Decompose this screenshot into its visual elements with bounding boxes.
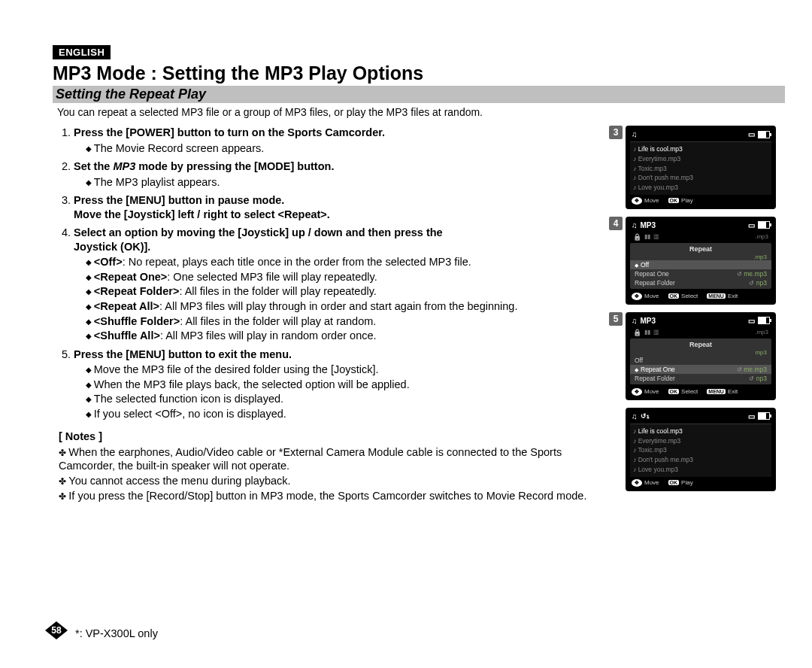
battery-icon bbox=[758, 221, 770, 229]
footer-select: OKSelect bbox=[668, 388, 698, 396]
music-icon bbox=[632, 412, 638, 421]
device-screenshots: 3 Life is cool.mp3 Everytime.mp3 Toxic.m… bbox=[609, 126, 782, 491]
menu-item-repeat-folder: Repeat Folder np3 bbox=[630, 278, 771, 287]
card-icon bbox=[748, 130, 755, 138]
battery-icon bbox=[758, 131, 770, 138]
device-screen-3: Life is cool.mp3 Everytime.mp3 Toxic.mp3… bbox=[626, 126, 776, 209]
option-repeat-one: <Repeat One>: One selected MP3 file will… bbox=[86, 270, 600, 284]
language-badge: ENGLISH bbox=[53, 45, 111, 59]
music-icon bbox=[632, 221, 638, 229]
menu-title: Repeat bbox=[630, 340, 771, 349]
footer-play: OKPlay bbox=[668, 197, 693, 205]
track-item: Everytime.mp3 bbox=[633, 436, 768, 446]
option-repeat-folder: <Repeat Folder>: All files in the folder… bbox=[86, 284, 600, 299]
device-screen-4: MP3 ▮▮▥ .mp3 Repeat .mp3 Off Repeat One … bbox=[626, 217, 776, 305]
section-title: Setting the Repeat Play bbox=[53, 86, 785, 103]
menu-item-repeat-one: Repeat One me.mp3 bbox=[630, 269, 771, 278]
option-shuffle-folder: <Shuffle Folder>: All files in the folde… bbox=[86, 314, 600, 329]
step-1-title: Press the [POWER] button to turn on the … bbox=[74, 126, 385, 138]
track-item: Toxic.mp3 bbox=[633, 164, 768, 174]
footnote: *: VP-X300L only bbox=[75, 627, 158, 639]
chart-icon: ▥ bbox=[653, 233, 659, 241]
repeat-one-icon: ↺₁ bbox=[641, 412, 650, 420]
step-3-title-line-2: Move the [Joystick] left / right to sele… bbox=[74, 208, 600, 222]
screen-step-4-badge: 4 bbox=[609, 217, 623, 230]
menu-item-repeat-folder: Repeat Folder np3 bbox=[630, 374, 771, 383]
battery-icon bbox=[758, 317, 770, 324]
menu-title: Repeat bbox=[630, 244, 771, 254]
page-number: 58 bbox=[45, 621, 68, 639]
footer-move: ✥Move bbox=[632, 388, 659, 396]
music-icon bbox=[632, 317, 638, 325]
instruction-column: Press the [POWER] button to turn on the … bbox=[53, 126, 600, 503]
page-title: MP3 Mode : Setting the MP3 Play Options bbox=[53, 62, 782, 84]
menu-item-off: Off bbox=[630, 260, 771, 269]
menu-item-repeat-one: Repeat One me.mp3 bbox=[630, 365, 771, 374]
step-5-bullet-1: Move the MP3 file of the desired folder … bbox=[86, 363, 600, 377]
note-2: You cannot access the menu during playba… bbox=[59, 474, 600, 488]
screen-step-5-badge: 5 bbox=[609, 312, 623, 326]
bars-icon: ▮▮ bbox=[644, 329, 650, 336]
step-4-title-line-2: Joystick (OK)]. bbox=[74, 240, 600, 254]
battery-icon bbox=[758, 412, 770, 420]
footer-play: OKPlay bbox=[668, 479, 693, 487]
notes-heading: [ Notes ] bbox=[59, 430, 600, 444]
card-icon bbox=[748, 412, 755, 421]
manual-page: ENGLISH MP3 Mode : Setting the MP3 Play … bbox=[0, 0, 812, 668]
step-5-title: Press the [MENU] button to exit the menu… bbox=[74, 348, 292, 360]
track-item: Don't push me.mp3 bbox=[633, 455, 768, 465]
footer-select: OKSelect bbox=[668, 293, 698, 300]
step-4-title-line-1: Select an option by moving the [Joystick… bbox=[74, 226, 600, 240]
footer-exit: MENUExit bbox=[707, 388, 738, 396]
chart-icon: ▥ bbox=[653, 329, 659, 336]
lock-icon bbox=[633, 329, 641, 336]
track-item: Don't push me.mp3 bbox=[633, 173, 768, 183]
footer-move: ✥Move bbox=[632, 293, 659, 300]
track-item: Love you.mp3 bbox=[633, 183, 768, 193]
track-item: Love you.mp3 bbox=[633, 465, 768, 475]
device-screen-playback: ↺₁ Life is cool.mp3 Everytime.mp3 Toxic.… bbox=[626, 408, 776, 491]
lock-icon bbox=[633, 233, 641, 241]
step-2-title: Set the MP3 mode by pressing the [MODE] … bbox=[74, 160, 334, 172]
intro-text: You can repeat a selected MP3 file or a … bbox=[57, 106, 782, 118]
step-1-bullet: The Movie Record screen appears. bbox=[86, 141, 600, 156]
screen-step-3-badge: 3 bbox=[609, 126, 623, 139]
card-icon bbox=[748, 317, 755, 325]
track-item: Toxic.mp3 bbox=[633, 445, 768, 455]
note-1: When the earphones, Audio/Video cable or… bbox=[59, 445, 600, 473]
option-off: <Off>: No repeat, plays each title once … bbox=[86, 255, 600, 269]
option-repeat-all: <Repeat All>: All MP3 files will play th… bbox=[86, 299, 600, 314]
step-5-bullet-3: The selected function icon is displayed. bbox=[86, 392, 600, 406]
footer-move: ✥Move bbox=[632, 197, 659, 205]
step-2-bullet: The MP3 playlist appears. bbox=[86, 175, 600, 190]
note-3: If you press the [Record/Stop] button in… bbox=[59, 489, 600, 503]
device-screen-5: MP3 ▮▮▥ .mp3 Repeat mp3 Off Repeat One m… bbox=[626, 312, 776, 400]
step-5-bullet-4: If you select <Off>, no icon is displaye… bbox=[86, 407, 600, 421]
track-item: Life is cool.mp3 bbox=[633, 144, 768, 154]
footer-move: ✥Move bbox=[632, 479, 659, 487]
menu-item-off: Off bbox=[630, 356, 771, 365]
music-icon bbox=[632, 130, 638, 138]
footer-exit: MENUExit bbox=[707, 293, 738, 300]
track-item: Everytime.mp3 bbox=[633, 154, 768, 164]
step-5-bullet-2: When the MP3 file plays back, the select… bbox=[86, 378, 600, 392]
track-item: Life is cool.mp3 bbox=[633, 427, 768, 436]
step-3-title-line-1: Press the [MENU] button in pause mode. bbox=[74, 193, 600, 208]
bars-icon: ▮▮ bbox=[644, 233, 650, 241]
option-shuffle-all: <Shuffle All>: All MP3 files will play i… bbox=[86, 329, 600, 343]
card-icon bbox=[748, 221, 755, 229]
